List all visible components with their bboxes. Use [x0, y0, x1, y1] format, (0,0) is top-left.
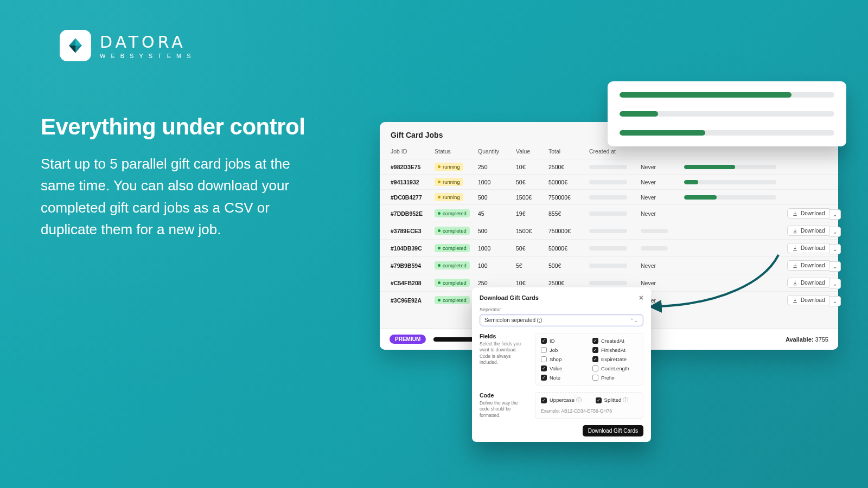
premium-badge: PREMIUM — [390, 335, 426, 344]
job-id: #3C96E92A — [380, 292, 431, 309]
code-option-uppercase[interactable]: ✓Uppercase ⓘ — [541, 397, 582, 404]
download-gift-cards-button[interactable]: Download Gift Cards — [583, 425, 643, 436]
quantity: 500 — [475, 190, 513, 205]
status-badge: completed — [435, 261, 470, 269]
code-option-splitted[interactable]: ✓Splitted ⓘ — [596, 397, 628, 404]
created-at-placeholder — [589, 195, 627, 200]
job-id: #94131932 — [380, 175, 431, 190]
col-header — [784, 145, 838, 159]
code-heading: Code — [480, 392, 527, 399]
expire-placeholder — [641, 229, 668, 233]
field-checkbox-expiredate[interactable]: ✓ExpireDate — [592, 356, 637, 362]
table-row: #79B9B594completed1005€500€Never Downloa… — [380, 257, 838, 274]
total: 500€ — [545, 257, 586, 274]
field-checkbox-codelength[interactable]: CodeLength — [592, 365, 637, 371]
download-menu-toggle[interactable]: ⌄ — [829, 244, 841, 254]
field-checkbox-shop[interactable]: Shop — [541, 356, 586, 362]
created-at-placeholder — [589, 264, 627, 268]
jobs-table: Job IDStatusQuantityValueTotalCreated at… — [380, 145, 838, 309]
download-button[interactable]: Download — [787, 226, 829, 236]
col-header: Value — [513, 145, 545, 159]
value: 10€ — [513, 159, 545, 175]
status-badge: completed — [435, 296, 470, 304]
download-menu-toggle[interactable]: ⌄ — [829, 227, 841, 237]
col-header: Created at — [586, 145, 637, 159]
job-id: #104DB39C — [380, 240, 431, 257]
field-checkbox-note[interactable]: ✓Note — [541, 375, 586, 381]
separator-select[interactable]: Semicolon seperated (;) ⌃⌄ — [480, 314, 643, 326]
created-at-placeholder — [589, 211, 627, 216]
col-header: Quantity — [475, 145, 513, 159]
field-checkbox-job[interactable]: Job — [541, 347, 586, 353]
table-row: #DC0B4277running5001500€750000€Never — [380, 190, 838, 205]
svg-marker-1 — [75, 38, 82, 46]
logo-mark — [60, 30, 91, 61]
download-button[interactable]: Download — [787, 243, 829, 253]
job-progress — [684, 195, 776, 200]
field-checkbox-value[interactable]: ✓Value — [541, 365, 586, 371]
field-checkbox-finishedat[interactable]: ✓FinishedAt — [592, 347, 637, 353]
download-button[interactable]: Download — [787, 260, 829, 271]
job-id: #79B9B594 — [380, 257, 431, 274]
total: 50000€ — [545, 175, 586, 190]
quantity: 1000 — [475, 240, 513, 257]
fields-help: Select the fields you want to download. … — [480, 341, 527, 366]
col-header — [637, 145, 681, 159]
value: 19€ — [513, 205, 545, 222]
status-badge: running — [435, 178, 463, 186]
never-label: Never — [641, 210, 656, 217]
progress-popup — [608, 81, 846, 146]
download-button[interactable]: Download — [787, 278, 829, 288]
total: 750000€ — [545, 222, 586, 240]
created-at-placeholder — [589, 165, 627, 169]
created-at-placeholder — [589, 281, 627, 285]
download-button[interactable]: Download — [787, 208, 829, 219]
job-id: #982D3E75 — [380, 159, 431, 175]
table-row: #94131932running100050€50000€Never — [380, 175, 838, 190]
field-checkbox-prefix[interactable]: Prefix — [592, 375, 637, 381]
progress-bar — [620, 92, 834, 98]
status-badge: completed — [435, 209, 470, 217]
total: 2500€ — [545, 159, 586, 175]
job-progress — [684, 165, 776, 169]
field-checkbox-id[interactable]: ✓ID — [541, 338, 586, 344]
col-header — [681, 145, 784, 159]
value: 1500€ — [513, 222, 545, 240]
field-checkbox-createdat[interactable]: ✓CreatedAt — [592, 338, 637, 344]
value: 1500€ — [513, 190, 545, 205]
table-row: #104DB39Ccompleted100050€50000€ Download… — [380, 240, 838, 257]
col-header: Status — [431, 145, 475, 159]
job-id: #DC0B4277 — [380, 190, 431, 205]
never-label: Never — [641, 194, 656, 201]
status-badge: completed — [435, 244, 470, 252]
fields-heading: Fields — [480, 333, 527, 339]
status-badge: running — [435, 163, 463, 171]
progress-bar — [620, 111, 834, 117]
download-menu-toggle[interactable]: ⌄ — [829, 296, 841, 306]
code-example: Example: AB12-CD34-EF56-GH78 — [541, 408, 637, 414]
download-menu-toggle[interactable]: ⌄ — [829, 279, 841, 289]
brand-logo: DATORA WEBSYSTEMS — [60, 30, 196, 61]
value: 5€ — [513, 257, 545, 274]
created-at-placeholder — [589, 229, 627, 233]
download-menu-toggle[interactable]: ⌄ — [829, 261, 841, 272]
quantity: 250 — [475, 159, 513, 175]
brand-subline: WEBSYSTEMS — [100, 53, 196, 59]
separator-label: Seperator — [480, 307, 643, 312]
total: 750000€ — [545, 190, 586, 205]
job-progress — [684, 180, 776, 184]
col-header: Job ID — [380, 145, 431, 159]
progress-bar — [620, 130, 834, 136]
table-row: #982D3E75running25010€2500€Never — [380, 159, 838, 175]
expire-placeholder — [641, 246, 668, 251]
created-at-placeholder — [589, 246, 627, 251]
quantity: 500 — [475, 222, 513, 240]
total: 855€ — [545, 205, 586, 222]
never-label: Never — [641, 164, 656, 170]
download-button[interactable]: Download — [787, 295, 829, 305]
table-row: #3789ECE3completed5001500€750000€ Downlo… — [380, 222, 838, 240]
download-modal: Download Gift Cards × Seperator Semicolo… — [472, 287, 651, 442]
download-menu-toggle[interactable]: ⌄ — [829, 209, 841, 220]
close-icon[interactable]: × — [639, 294, 643, 301]
chevron-updown-icon: ⌃⌄ — [630, 318, 639, 323]
